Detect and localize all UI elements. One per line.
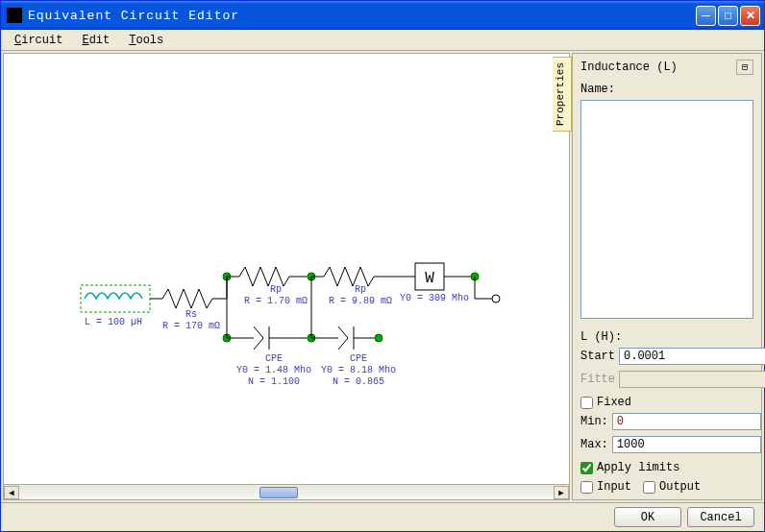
lh-label: L (H): — [580, 330, 753, 344]
label-rp2: Rp R = 9.89 mΩ — [329, 284, 392, 307]
svg-text:W: W — [425, 270, 434, 287]
maximize-button[interactable]: □ — [718, 6, 738, 26]
fixed-label: Fixed — [597, 396, 631, 409]
apply-limits-checkbox[interactable] — [580, 462, 593, 474]
fitte-label: Fitte — [580, 373, 615, 386]
label-cpe2: CPE Y0 = 8.18 Mho N = 0.865 — [321, 353, 396, 388]
cancel-button[interactable]: Cancel — [687, 507, 754, 527]
output-checkbox[interactable] — [643, 481, 655, 494]
horizontal-scrollbar[interactable]: ◄ ► — [4, 484, 569, 499]
fitte-field — [619, 371, 765, 388]
circuit-canvas[interactable]: W — [4, 54, 569, 484]
titlebar: Equivalent Circuit Editor ─ □ ✕ — [1, 1, 764, 30]
minimize-button[interactable]: ─ — [696, 6, 716, 26]
svg-rect-0 — [81, 285, 150, 312]
name-field[interactable] — [580, 100, 753, 319]
output-label: Output — [659, 480, 701, 494]
apply-limits-label: Apply limits — [597, 461, 679, 474]
label-rs: Rs R = 170 mΩ — [162, 309, 220, 332]
main-window: Equivalent Circuit Editor ─ □ ✕ Circuit … — [0, 0, 765, 532]
fixed-checkbox[interactable] — [580, 397, 593, 409]
menu-edit[interactable]: Edit — [74, 32, 117, 49]
scroll-thumb[interactable] — [259, 487, 298, 498]
label-rp1: Rp R = 1.70 mΩ — [244, 284, 308, 307]
start-field[interactable] — [619, 348, 765, 365]
label-inductor: L = 100 µH — [85, 317, 142, 327]
window-title: Equivalent Circuit Editor — [28, 9, 696, 23]
menubar: Circuit Edit Tools — [1, 30, 764, 51]
schematic-svg: W — [4, 54, 542, 484]
start-label: Start — [580, 350, 615, 363]
scroll-right-button[interactable]: ► — [554, 486, 569, 499]
input-label: Input — [597, 480, 631, 494]
app-icon — [7, 8, 22, 23]
scroll-left-button[interactable]: ◄ — [4, 486, 19, 499]
properties-panel: Inductance (L) ⊟ Name: L (H): Start Fitt… — [572, 53, 762, 500]
ok-button[interactable]: OK — [614, 507, 681, 527]
properties-tab[interactable]: Properties — [553, 57, 572, 132]
max-field[interactable] — [612, 436, 761, 453]
dialog-button-bar: OK Cancel — [1, 502, 764, 531]
name-label: Name: — [580, 83, 753, 96]
min-label: Min: — [580, 415, 608, 428]
close-button[interactable]: ✕ — [740, 6, 760, 26]
label-cpe1: CPE Y0 = 1.48 Mho N = 1.100 — [236, 353, 311, 388]
max-label: Max: — [580, 438, 608, 451]
panel-title: Inductance (L) — [580, 60, 678, 74]
label-warburg: Y0 = 309 Mho — [400, 293, 469, 303]
content-area: W — [1, 51, 764, 502]
svg-point-26 — [375, 334, 382, 342]
min-field[interactable] — [612, 413, 761, 430]
menu-tools[interactable]: Tools — [121, 32, 171, 49]
scroll-track[interactable] — [19, 486, 554, 499]
canvas-container: W — [3, 53, 570, 500]
input-checkbox[interactable] — [580, 481, 593, 494]
menu-circuit[interactable]: Circuit — [7, 32, 70, 49]
pin-icon[interactable]: ⊟ — [736, 60, 753, 75]
svg-point-35 — [492, 295, 500, 302]
